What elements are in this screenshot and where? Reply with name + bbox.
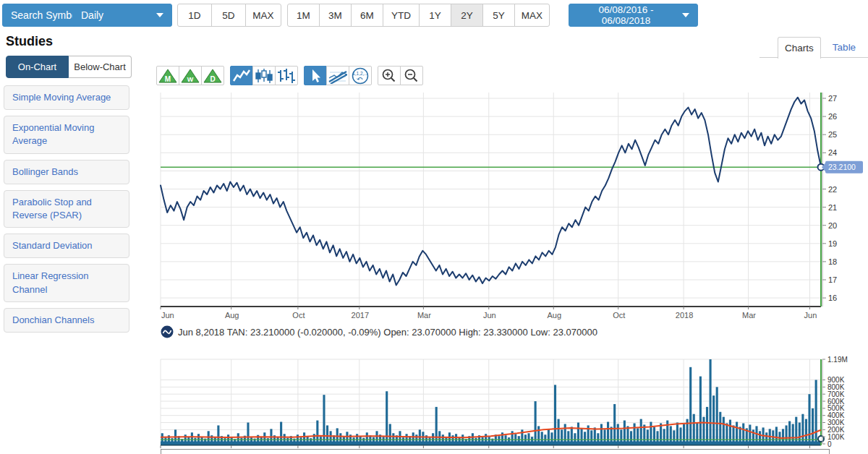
volume-chart[interactable]: 1.19M900K800K700K600K500K400K300K200K100… [156,354,868,454]
app-window: Search Symbol Daily 1D5DMAX 1M3M6MYTD1Y2… [0,0,868,454]
range-navigator[interactable] [161,449,830,454]
range-button-1y[interactable]: 1Y [419,4,451,27]
svg-text:20: 20 [828,221,837,230]
study-item-exponential-moving-average[interactable]: Exponential Moving Average [4,116,129,153]
svg-text:17: 17 [828,275,837,284]
trend-lines-tool-button[interactable] [326,66,349,85]
zoom-in-icon [380,68,398,84]
range-button-1d[interactable]: 1D [177,4,212,27]
range-button-max[interactable]: MAX [245,4,281,27]
range-button-5y[interactable]: 5Y [482,4,515,27]
volume-ma-line [161,423,821,439]
studies-list: Simple Moving AverageExponential Moving … [4,85,129,338]
study-item-parabolic-stop-and-reverse-psar[interactable]: Parabolic Stop and Reverse (PSAR) [4,190,129,228]
range-button-group-long: 1M3M6MYTD1Y2Y5YMAX [287,4,550,27]
tab-charts[interactable]: Charts [778,37,821,59]
zoom-out-icon [403,68,420,84]
svg-text:19: 19 [828,239,837,248]
view-tab-bar: Charts Table [760,37,868,58]
svg-text:24: 24 [828,148,837,157]
trend-lines-icon [328,68,347,84]
study-item-donchian-channels[interactable]: Donchian Channels [4,308,129,333]
daily-period-button[interactable]: D [201,66,224,85]
price-gridlines [161,93,821,307]
current-price-badge: 23.2100 [822,161,863,174]
svg-text:25: 25 [828,130,837,139]
range-button-1m[interactable]: 1M [287,4,320,27]
line-chart-button[interactable] [230,66,253,85]
volume-chart-canvas[interactable]: 1.19M900K800K700K600K500K400K300K200K100… [156,354,868,454]
study-item-bollinger-bands[interactable]: Bollinger Bands [4,160,129,184]
fibonacci-tool-button[interactable]: 1,1,2,... [349,66,372,85]
chart-toolbar: M W D [156,66,423,85]
svg-text:21: 21 [828,203,837,212]
price-x-axis-labels: JunAugOct2017MarJunAugOct2018MarJun [161,307,817,320]
tab-below-chart[interactable]: Below-Chart [69,56,132,78]
period-button-group: M W D [156,66,224,85]
svg-text:Jun: Jun [804,311,817,320]
study-item-simple-moving-average[interactable]: Simple Moving Average [4,85,129,110]
studies-title: Studies [6,34,53,49]
ohlc-bars-button[interactable] [275,66,298,85]
volume-y-axis: 1.19M900K800K700K600K500K400K300K200K100… [822,356,848,448]
price-chart-canvas[interactable]: 2726252422212019181716JunAugOct2017MarJu… [156,90,868,322]
volume-base-band [161,442,821,445]
line-chart-icon [232,68,251,84]
range-button-2y[interactable]: 2Y [451,4,483,27]
svg-text:Jun: Jun [483,311,496,320]
range-button-max[interactable]: MAX [514,4,550,27]
series-symbol-icon [161,325,174,338]
svg-text:Aug: Aug [547,311,561,320]
cursor-tool-button[interactable] [304,66,327,85]
date-range-dropdown[interactable]: 06/08/2016 - 06/08/2018 [569,4,698,27]
weekly-period-button[interactable]: W [179,66,202,85]
tab-on-chart[interactable]: On-Chart [6,56,69,78]
weekly-triangle-icon: W [181,68,200,84]
tab-table[interactable]: Table [823,37,865,58]
range-button-group-short: 1D5DMAX [177,4,281,27]
svg-text:23.2100: 23.2100 [828,163,856,171]
range-button-3m[interactable]: 3M [319,4,352,27]
svg-text:22: 22 [828,185,837,194]
price-chart[interactable]: 2726252422212019181716JunAugOct2017MarJu… [156,90,868,322]
ohlc-bars-icon [277,68,296,84]
price-y-axis: 2726252422212019181716 [822,93,837,307]
date-range-value: 06/08/2016 - 06/08/2018 [577,4,675,26]
fibonacci-icon: 1,1,2,... [350,67,370,85]
range-button-5d[interactable]: 5D [211,4,246,27]
svg-text:W: W [187,75,194,82]
svg-text:D: D [210,74,215,82]
svg-text:Jun: Jun [161,311,174,320]
price-series-line [161,98,821,286]
svg-text:2018: 2018 [676,311,693,320]
studies-tab-group: On-Chart Below-Chart [6,56,132,78]
svg-text:Aug: Aug [225,311,239,320]
svg-text:Oct: Oct [613,311,625,320]
monthly-period-button[interactable]: M [156,66,179,85]
range-button-ytd[interactable]: YTD [383,4,420,27]
svg-text:Oct: Oct [292,311,305,320]
zoom-out-button[interactable] [400,66,423,85]
cursor-icon [306,68,325,84]
series-type-button-group [230,66,298,85]
legend-text: Jun 8,2018 TAN: 23.210000 (-0.020000, -0… [178,327,597,338]
zoom-in-button[interactable] [378,66,401,85]
monthly-triangle-icon: M [158,68,177,84]
candlestick-icon [255,68,273,84]
candlestick-button[interactable] [252,66,276,85]
frequency-dropdown[interactable]: Daily [72,4,172,27]
svg-text:0: 0 [827,440,832,448]
search-symbol-label: Search Symbol [11,9,80,21]
zoom-button-group [378,66,423,85]
study-item-linear-regression-channel[interactable]: Linear Regression Channel [4,264,129,301]
svg-text:26: 26 [828,112,837,121]
frequency-value: Daily [81,9,103,21]
svg-text:27: 27 [828,94,837,103]
range-button-6m[interactable]: 6M [351,4,383,27]
study-item-standard-deviation[interactable]: Standard Deviation [4,234,129,258]
svg-text:18: 18 [828,257,837,266]
svg-text:M: M [165,74,171,82]
chevron-down-icon [156,13,163,17]
daily-triangle-icon: D [203,68,222,84]
svg-text:1.19M: 1.19M [827,356,848,364]
